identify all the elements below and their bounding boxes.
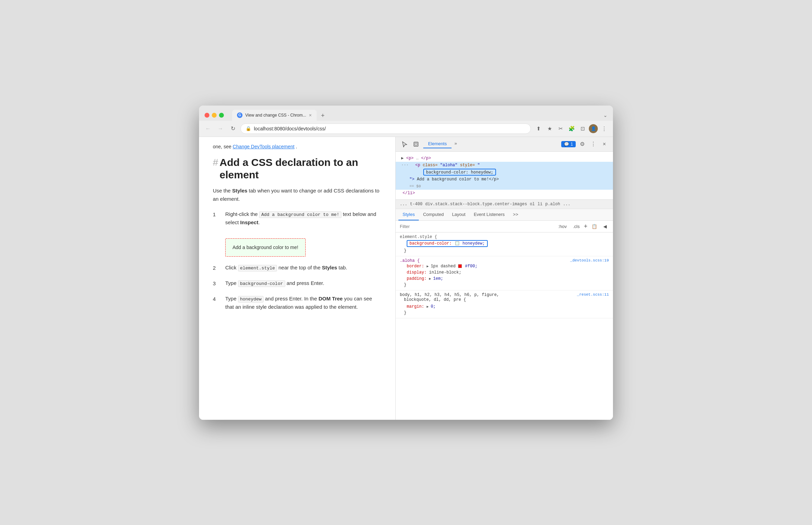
step-content: Click element.style near the top of the … xyxy=(225,264,382,272)
border-extra: 1px dashed xyxy=(431,264,458,269)
refresh-button[interactable]: ↻ xyxy=(228,124,238,133)
browser-content: one, see Change DevTools placement . # A… xyxy=(199,137,613,420)
element-style-declaration[interactable]: background-color: honeydew; xyxy=(407,240,488,247)
expand-icon[interactable]: ▶ xyxy=(427,305,431,309)
demo-box[interactable]: Add a background color to me! xyxy=(225,238,306,256)
breadcrumb-li[interactable]: li xyxy=(537,202,542,207)
dom-tag: <p> xyxy=(406,156,414,161)
devtools-more-button[interactable]: ⋮ xyxy=(589,140,598,149)
dom-dots: ··· xyxy=(401,163,409,168)
page-content: one, see Change DevTools placement . # A… xyxy=(199,137,396,420)
border-color-swatch[interactable] xyxy=(458,264,462,268)
dom-dots: … xyxy=(416,156,418,161)
desc-styles-bold: Styles xyxy=(232,188,247,194)
margin-value: 0; xyxy=(431,304,436,309)
filter-actions: :hov .cls + 📋 ◀ xyxy=(556,223,609,230)
add-style-button[interactable]: + xyxy=(584,223,587,230)
tab-elements[interactable]: Elements xyxy=(423,140,452,148)
new-rule-button[interactable]: 📋 xyxy=(590,223,599,230)
dom-tree: ▶ <p> … </p> ··· <p class= "aloha" style… xyxy=(396,152,613,200)
cursor-tool-button[interactable] xyxy=(400,140,409,149)
nav-actions: ⬆ ★ ✂ 🧩 ⊡ 👤 ⋮ xyxy=(534,124,609,133)
maximize-button[interactable] xyxy=(219,113,224,118)
dom-close-tag: </p> xyxy=(421,156,431,161)
step-number: 1 xyxy=(213,210,220,257)
box-select-button[interactable] xyxy=(412,140,420,149)
tab-event-listeners[interactable]: Event Listeners xyxy=(469,209,509,220)
cls-filter-button[interactable]: .cls xyxy=(571,223,582,230)
tab-styles[interactable]: Styles xyxy=(398,209,419,220)
devtools-panel: Elements » 💬 1 ⚙ ⋮ × ▶ <p> xyxy=(396,137,613,420)
profile-sidebar-button[interactable]: ⊡ xyxy=(578,124,587,133)
reset-selector: body, h1, h2, h3, h4, h5, h6, p, figure, xyxy=(400,293,499,297)
aloha-rule: .aloha { _devtools.scss:19 border: ▶ 1px… xyxy=(396,256,613,290)
devtools-close-button[interactable]: × xyxy=(600,140,609,149)
tab-more[interactable]: >> xyxy=(509,209,522,220)
dom-line-equals: == $0 xyxy=(396,183,613,190)
bookmark-button[interactable]: ★ xyxy=(545,124,554,133)
breadcrumb-t400[interactable]: t-400 xyxy=(410,202,423,207)
section-description: Use the Styles tab when you want to chan… xyxy=(213,187,382,203)
breadcrumb-suffix: . xyxy=(296,144,297,149)
section-hash: # xyxy=(213,157,218,168)
message-badge[interactable]: 💬 1 xyxy=(561,141,576,147)
minimize-button[interactable] xyxy=(212,113,217,118)
color-swatch[interactable] xyxy=(455,241,459,245)
dom-attr-style: style= xyxy=(460,163,475,168)
element-style-selector: element.style { xyxy=(400,235,609,239)
expand-icon[interactable]: ▶ xyxy=(427,265,431,268)
list-item: 3 Type background-color and press Enter. xyxy=(213,279,382,288)
cut-button[interactable]: ✂ xyxy=(556,124,565,133)
reset-selector-2nd: blockquote, dl, dd, pre { xyxy=(404,297,466,302)
dom-line-li: </li> xyxy=(396,190,613,197)
tab-layout[interactable]: Layout xyxy=(448,209,469,220)
breadcrumb-div[interactable]: div.stack.stack--block.type.center-image… xyxy=(425,202,527,207)
dom-close-quote: "> xyxy=(409,177,414,182)
breadcrumb-more[interactable]: ... xyxy=(563,202,571,207)
close-button[interactable] xyxy=(205,113,209,118)
tab-close-icon[interactable]: × xyxy=(309,112,312,118)
toggle-sidebar-button[interactable]: ◀ xyxy=(601,223,609,230)
new-tab-button[interactable]: + xyxy=(318,111,328,121)
back-button[interactable]: ← xyxy=(203,124,213,133)
active-tab[interactable]: G View and change CSS - Chrom... × xyxy=(232,110,317,121)
border-value: #f00; xyxy=(465,264,477,269)
user-avatar[interactable]: 👤 xyxy=(589,124,598,133)
tab-computed[interactable]: Computed xyxy=(419,209,448,220)
filter-input[interactable] xyxy=(400,224,553,229)
filter-bar: :hov .cls + 📋 ◀ xyxy=(396,221,613,232)
step-list: 1 Right-click the Add a background color… xyxy=(213,210,382,311)
forward-button[interactable]: → xyxy=(216,124,225,133)
styles-panel: Styles Computed Layout Event Listeners >… xyxy=(396,209,613,420)
margin-prop-name: margin: xyxy=(407,304,424,309)
svg-rect-1 xyxy=(415,143,417,145)
expand-icon[interactable]: ▶ xyxy=(429,277,433,281)
breadcrumb-dots[interactable]: ... xyxy=(400,202,407,207)
traffic-lights xyxy=(205,113,224,118)
devtools-tabs: Elements » xyxy=(423,140,558,148)
dom-open-tag: <p xyxy=(415,163,420,168)
step3-text2: and press Enter. xyxy=(287,280,324,286)
css-property-row: background-color: honeydew; xyxy=(400,239,609,248)
settings-button[interactable]: ⚙ xyxy=(578,140,587,149)
css-close-brace: } xyxy=(400,248,609,254)
share-button[interactable]: ⬆ xyxy=(534,124,543,133)
hover-filter-button[interactable]: :hov xyxy=(556,223,569,230)
step1-text1: Right-click the xyxy=(225,211,259,217)
tab-favicon: G xyxy=(237,112,242,118)
breadcrumb-p[interactable]: p.aloh xyxy=(545,202,560,207)
extensions-button[interactable]: 🧩 xyxy=(567,124,576,133)
section-title: Add a CSS declaration to an element xyxy=(220,156,382,181)
element-style-rule: element.style { background-color: honeyd… xyxy=(396,232,613,256)
change-devtools-link[interactable]: Change DevTools placement xyxy=(233,144,295,149)
breadcrumb-ol[interactable]: ol xyxy=(530,202,535,207)
css-close-brace: } xyxy=(400,282,609,288)
reset-selector-line: body, h1, h2, h3, h4, h5, h6, p, figure,… xyxy=(400,293,609,297)
desc-text-1: Use the xyxy=(213,188,231,194)
address-bar[interactable]: 🔒 localhost:8080/docs/devtools/css/ xyxy=(240,123,531,134)
aloha-source[interactable]: _devtools.scss:19 xyxy=(570,258,609,262)
more-options-button[interactable]: ⋮ xyxy=(599,124,609,133)
reset-source[interactable]: _reset.scss:11 xyxy=(577,293,609,297)
tab-more-icon[interactable]: » xyxy=(452,140,460,148)
inline-style-highlight: background-color: honeydew; xyxy=(423,169,496,176)
